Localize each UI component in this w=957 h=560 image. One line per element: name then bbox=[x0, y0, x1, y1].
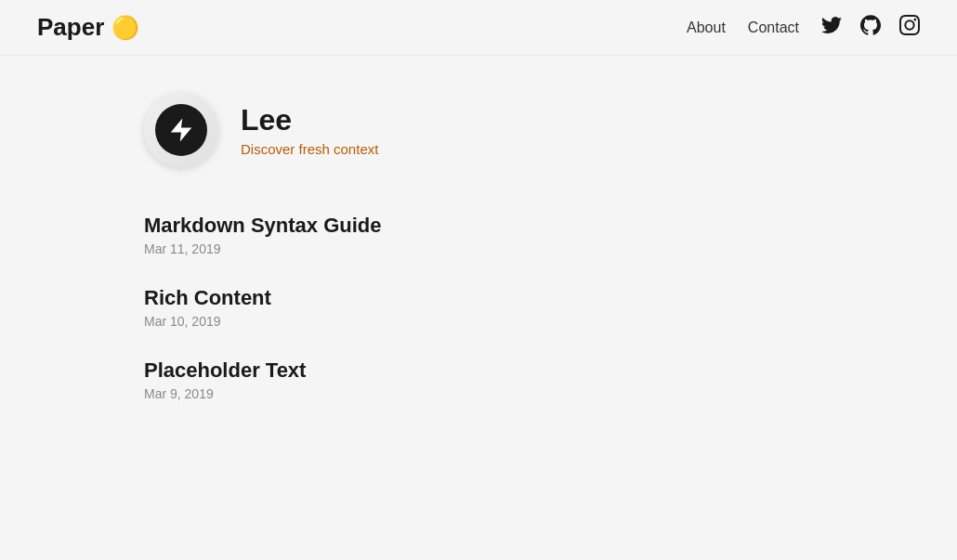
profile-tagline: Discover fresh context bbox=[241, 141, 378, 157]
main-content: Lee Discover fresh context Markdown Synt… bbox=[0, 56, 957, 438]
nav-contact-link[interactable]: Contact bbox=[748, 20, 799, 36]
post-item[interactable]: Markdown Syntax GuideMar 11, 2019 bbox=[144, 214, 920, 256]
post-title[interactable]: Placeholder Text bbox=[144, 358, 920, 383]
lightning-bolt-icon bbox=[167, 116, 195, 144]
post-item[interactable]: Placeholder TextMar 9, 2019 bbox=[144, 358, 920, 401]
post-date: Mar 11, 2019 bbox=[144, 241, 920, 256]
instagram-icon[interactable] bbox=[899, 15, 920, 40]
post-title[interactable]: Markdown Syntax Guide bbox=[144, 214, 920, 238]
post-date: Mar 10, 2019 bbox=[144, 314, 920, 329]
title-emoji-icon: 🟡 bbox=[111, 15, 139, 41]
site-header: Paper 🟡 About Contact bbox=[0, 0, 957, 56]
profile-name: Lee bbox=[241, 103, 378, 137]
site-title[interactable]: Paper bbox=[37, 13, 104, 42]
post-date: Mar 9, 2019 bbox=[144, 386, 920, 401]
post-title[interactable]: Rich Content bbox=[144, 286, 920, 310]
nav-links: About Contact bbox=[687, 20, 799, 36]
github-icon[interactable] bbox=[860, 15, 881, 40]
posts-list: Markdown Syntax GuideMar 11, 2019Rich Co… bbox=[144, 214, 920, 401]
avatar-container bbox=[144, 93, 218, 167]
profile-info: Lee Discover fresh context bbox=[241, 103, 378, 157]
social-icons bbox=[821, 15, 920, 40]
nav-about-link[interactable]: About bbox=[687, 20, 726, 36]
header-left: Paper 🟡 bbox=[37, 13, 139, 42]
twitter-icon[interactable] bbox=[821, 15, 842, 40]
post-item[interactable]: Rich ContentMar 10, 2019 bbox=[144, 286, 920, 329]
profile-section: Lee Discover fresh context bbox=[144, 93, 920, 167]
avatar-icon bbox=[155, 104, 207, 156]
header-right: About Contact bbox=[687, 15, 920, 40]
